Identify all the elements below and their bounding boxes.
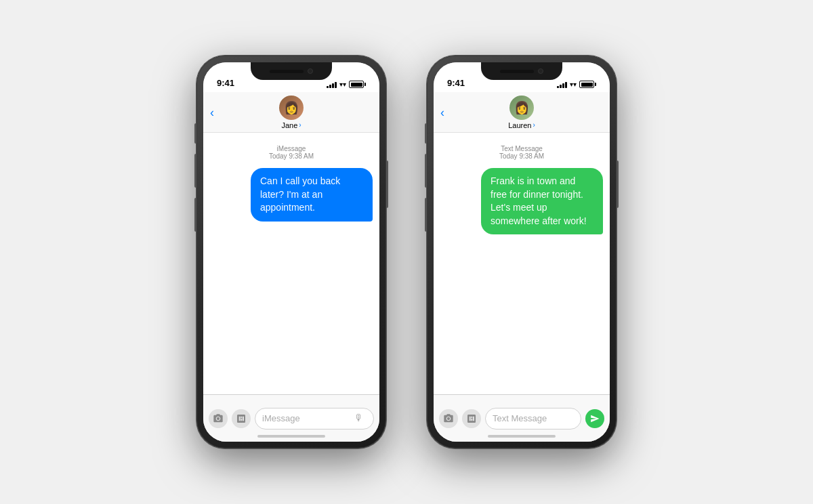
- avatar-img-2: 👩: [509, 96, 534, 120]
- wifi-icon-2: ▾▾: [570, 81, 577, 88]
- home-indicator-2: [488, 435, 556, 438]
- appstore-button-2[interactable]: [462, 409, 481, 428]
- message-bubble-1: Can I call you back later? I'm at an app…: [251, 168, 373, 222]
- mute-button: [194, 123, 196, 144]
- power-button-2: [617, 161, 619, 208]
- notch-2: [481, 62, 562, 80]
- send-icon-2: [590, 414, 600, 423]
- camera-2: [538, 68, 543, 74]
- mute-button-2: [425, 123, 427, 144]
- wifi-icon-1: ▾▾: [339, 81, 346, 88]
- bar2: [329, 85, 331, 88]
- battery-1: [349, 81, 366, 88]
- signal-bars-1: [327, 81, 337, 88]
- avatar-img-1: 👩: [279, 96, 304, 120]
- status-icons-1: ▾▾: [327, 81, 366, 89]
- back-button-1[interactable]: ‹: [210, 105, 214, 119]
- chevron-icon-2: ›: [533, 121, 535, 129]
- bar1: [327, 86, 329, 88]
- message-timestamp-1: iMessage Today 9:38 AM: [203, 145, 379, 160]
- appstore-button-1[interactable]: [232, 409, 251, 428]
- volume-up-button: [194, 154, 196, 188]
- volume-down-button-2: [425, 198, 427, 232]
- bar3: [332, 83, 334, 88]
- battery-body-2: [579, 81, 594, 88]
- back-button-2[interactable]: ‹: [440, 105, 444, 119]
- home-indicator-1: [257, 435, 325, 438]
- battery-tip-2: [595, 83, 596, 86]
- contact-name-1[interactable]: Jane ›: [281, 121, 301, 129]
- status-icons-2: ▾▾: [557, 81, 596, 89]
- camera-icon-2: [443, 413, 454, 424]
- message-timestamp-2: Text Message Today 9:38 AM: [434, 145, 610, 160]
- battery-body-1: [349, 81, 364, 88]
- bar4-2: [565, 82, 567, 88]
- speaker-1: [270, 70, 304, 73]
- send-button-2[interactable]: [585, 409, 604, 428]
- message-area-1: iMessage Today 9:38 AM Can I call you ba…: [203, 133, 379, 394]
- message-wrapper-1: Can I call you back later? I'm at an app…: [203, 168, 379, 222]
- signal-bars-2: [557, 81, 567, 88]
- camera-1: [308, 68, 313, 74]
- battery-fill-1: [351, 83, 362, 87]
- input-placeholder-2: Text Message: [493, 413, 547, 423]
- bar3-2: [562, 83, 564, 88]
- bar2-2: [560, 85, 562, 88]
- bar4: [335, 82, 337, 88]
- mic-icon-1: 🎙: [354, 413, 367, 425]
- avatar-1[interactable]: 👩: [279, 96, 304, 120]
- message-bubble-2: Frank is in town and free for dinner ton…: [481, 168, 603, 234]
- message-wrapper-2: Frank is in town and free for dinner ton…: [434, 168, 610, 234]
- appstore-icon-1: [236, 413, 247, 424]
- input-field-2[interactable]: Text Message: [485, 408, 581, 429]
- nav-bar-1: ‹ 👩 Jane ›: [203, 92, 379, 133]
- battery-tip-1: [364, 83, 366, 86]
- camera-button-2[interactable]: [439, 409, 458, 428]
- chevron-icon-1: ›: [299, 121, 301, 129]
- camera-button-1[interactable]: [209, 409, 228, 428]
- input-placeholder-1: iMessage: [262, 413, 300, 423]
- message-area-2: Text Message Today 9:38 AM Frank is in t…: [434, 133, 610, 394]
- camera-icon-1: [213, 413, 224, 424]
- phone-1: 9:41 ▾▾ ‹: [196, 56, 386, 448]
- power-button: [386, 161, 388, 208]
- bar1-2: [557, 86, 559, 88]
- battery-fill-2: [581, 83, 593, 87]
- input-field-1[interactable]: iMessage 🎙: [255, 408, 374, 429]
- status-time-1: 9:41: [217, 78, 234, 89]
- nav-bar-2: ‹ 👩 Lauren ›: [434, 92, 610, 133]
- status-time-2: 9:41: [447, 78, 465, 89]
- battery-2: [579, 81, 596, 88]
- volume-down-button: [194, 198, 196, 232]
- avatar-2[interactable]: 👩: [509, 96, 534, 120]
- volume-up-button-2: [425, 154, 427, 188]
- contact-name-2[interactable]: Lauren ›: [508, 121, 535, 129]
- notch-1: [251, 62, 332, 80]
- appstore-icon-2: [466, 413, 477, 424]
- phone-screen-1: 9:41 ▾▾ ‹: [203, 62, 379, 442]
- speaker-2: [500, 70, 534, 73]
- phone-2: 9:41 ▾▾ ‹: [427, 56, 617, 448]
- phone-screen-2: 9:41 ▾▾ ‹: [434, 62, 610, 442]
